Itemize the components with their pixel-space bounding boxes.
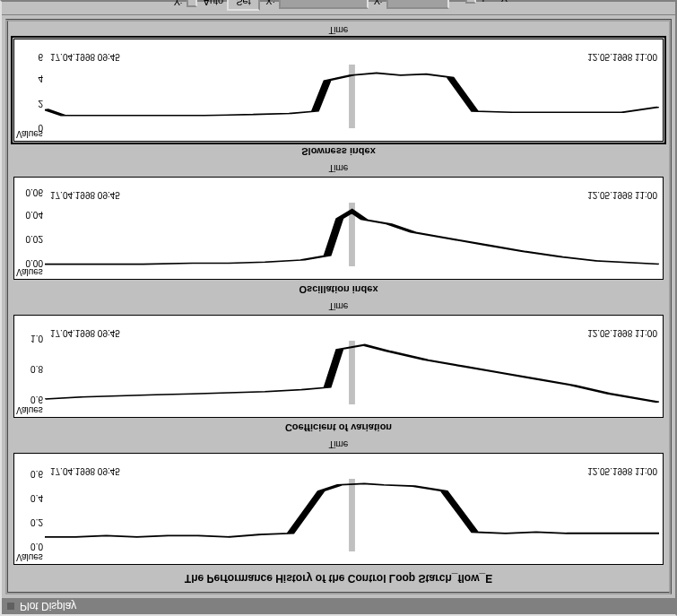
chart-slowness[interactable]: Values 0 2 4 6 17.04.1998 09:45 12.05.19… [13,39,664,142]
toolbar: Print... Y: Auto Set X: Auto Set X: X: [2,0,675,15]
x-start: 17.04.1998 09:45 [50,466,120,476]
x-axis-label: Time [13,438,664,449]
chart-line [45,65,659,128]
x-end: 12.05.1998 11:00 [587,466,657,476]
x-min-input[interactable] [279,0,369,9]
chart-line [45,203,659,266]
y-min-input[interactable] [386,0,449,9]
x-axis-label: Time [13,299,664,311]
y-axis-label: Values [16,405,43,415]
x-range-label: X: [265,0,274,6]
page-title: The Performance History of the Control L… [13,568,664,586]
x-end: 12.05.1998 11:00 [587,52,657,62]
window-title: Plot Display [20,600,76,612]
chart-line [45,341,659,404]
x-start: 17.04.1998 09:45 [50,190,120,200]
x-axis-label: Time [13,23,664,35]
plot-area: The Performance History of the Control L… [5,19,672,594]
y-auto-label: Auto [204,0,224,7]
chart-oscillation[interactable]: Values 0.00 0.02 0.04 0.06 17.04.1998 09… [13,177,664,280]
chart-line [45,479,659,551]
chart-title-cov: Coefficient of variation [13,421,664,434]
chart-cov[interactable]: Values 0.6 0.8 1.0 17.04.1998 09:45 12.0… [13,315,664,418]
x-start: 17.04.1998 09:45 [50,328,120,338]
y-auto-checkbox[interactable] [187,0,197,7]
window-menu-icon[interactable] [7,603,14,610]
x-axis-label: Time [13,161,664,173]
x-end: 12.05.1998 11:00 [587,190,657,200]
chart-title-osc: Oscillation index [13,283,664,296]
x-start: 17.04.1998 09:45 [50,52,120,62]
y-label: Y: [174,0,183,7]
chart-title-slow: Slowness index [13,145,664,158]
chart-performance[interactable]: Values 0.0 0.2 0.4 0.6 17.04.1998 09:45 … [13,453,664,565]
log-y-label: Log Y [482,0,508,4]
plot-display-window: Plot Display The Performance History of … [0,0,677,616]
y-set-button[interactable]: Set [227,0,260,11]
x-end: 12.05.1998 11:00 [587,328,657,338]
y-range-label: Y: [374,0,383,6]
title-bar: Plot Display [2,598,675,614]
y-axis-label: Values [16,267,43,277]
log-y-checkbox[interactable] [465,0,476,4]
y-axis-label: Values [16,552,43,562]
